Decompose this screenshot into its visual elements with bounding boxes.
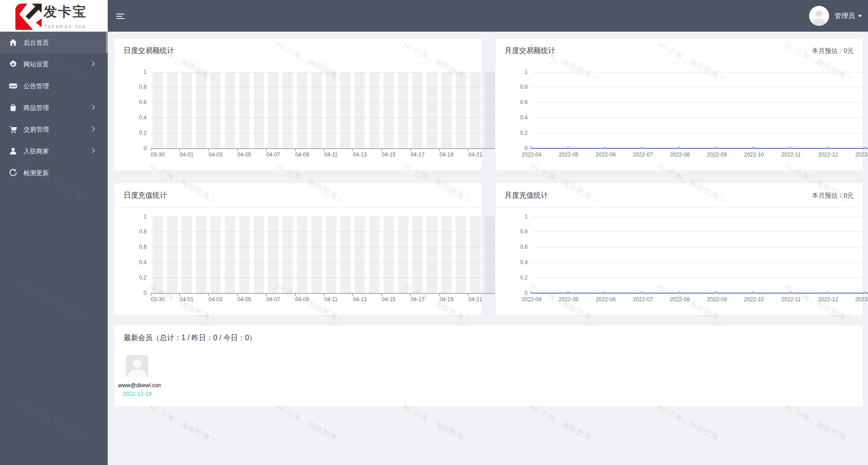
x-axis-tick — [468, 294, 468, 296]
x-axis-label: 2022-05 — [553, 296, 585, 303]
month-estimate-label: 本月预估：0元 — [812, 183, 854, 208]
bar-background — [181, 217, 192, 294]
x-axis-label: 04-07 — [258, 296, 289, 303]
sidebar-item-home[interactable]: 后台首页 — [0, 32, 108, 53]
y-axis-label: 0.4 — [501, 115, 528, 120]
y-axis-label: 0.8 — [501, 84, 528, 90]
gridline — [532, 87, 868, 87]
x-axis-label: 2022-11 — [775, 152, 807, 158]
card-monthly-trade: 月度交易额统计 本月预估：0元 00.20.40.60.812022-04202… — [496, 38, 863, 170]
data-point — [752, 291, 754, 294]
x-axis-label: 2023-01 — [849, 296, 868, 303]
monthly-recharge-chart: 00.20.40.60.812022-042022-052022-062022-… — [496, 208, 868, 315]
bar-background — [268, 217, 278, 294]
y-axis-label: 0 — [119, 146, 147, 151]
x-axis-tick — [179, 149, 180, 151]
bar-background — [384, 72, 394, 149]
x-axis-label: 04-19 — [431, 296, 463, 303]
data-point — [863, 147, 866, 149]
bar-background — [427, 217, 437, 294]
x-axis-label: 03-30 — [142, 152, 174, 158]
card-header: 最新会员（总计：1 / 昨日：0 / 今日：0） — [114, 326, 863, 351]
bar-background — [355, 72, 365, 149]
bar-background — [355, 217, 365, 294]
bar-background — [398, 217, 409, 294]
x-axis-label: 04-13 — [344, 296, 376, 303]
bar-background — [311, 217, 322, 294]
user-icon — [9, 147, 17, 155]
x-axis-label: 2022-06 — [590, 152, 621, 158]
x-axis-label: 04-23 — [486, 296, 495, 303]
username-label: 管理员 — [835, 0, 855, 32]
topbar: 管理员 — [108, 0, 868, 32]
bar-background — [225, 217, 235, 294]
x-axis-line — [151, 148, 495, 149]
x-axis-label: 2022-10 — [738, 296, 770, 303]
gridline — [532, 72, 868, 72]
x-axis-tick — [382, 294, 382, 296]
data-point — [752, 147, 754, 149]
daily-trade-chart: 00.20.40.60.8103-3004-0104-0304-0504-070… — [114, 63, 495, 170]
sidebar-item-products[interactable]: 商品管理 — [0, 97, 108, 119]
bar-background — [441, 217, 452, 294]
data-point — [789, 147, 792, 149]
y-axis-label: 0.8 — [501, 229, 528, 234]
bar-background — [485, 72, 495, 149]
bar-background — [485, 217, 495, 294]
user-dropdown[interactable]: 管理员 — [782, 0, 868, 32]
y-axis-label: 0.6 — [119, 100, 147, 105]
card-daily-trade: 日度交易额统计 00.20.40.60.8103-3004-0104-0304-… — [114, 38, 482, 170]
sidebar-item-site-settings[interactable]: 网站设置 — [0, 53, 108, 75]
y-axis-label: 0.4 — [119, 260, 147, 265]
x-axis-label: 2023-01 — [849, 152, 868, 158]
sidebar-scrollbar-thumb[interactable] — [106, 32, 108, 53]
x-axis-tick — [353, 149, 353, 151]
sidebar-item-announcements[interactable]: NEW公告管理 — [0, 75, 108, 97]
x-axis-tick — [295, 294, 296, 296]
bar-background — [254, 72, 264, 149]
y-axis-label: 0 — [501, 146, 528, 151]
gridline — [532, 262, 868, 263]
sidebar-item-trades[interactable]: 交易管理 — [0, 119, 108, 140]
data-point — [530, 147, 532, 149]
x-axis-tick — [353, 294, 353, 296]
y-axis-label: 0.2 — [119, 130, 147, 136]
menu-collapse-icon[interactable] — [116, 12, 128, 20]
bar-background — [196, 72, 206, 149]
x-axis-tick — [439, 294, 440, 296]
card-title: 月度交易额统计 — [505, 38, 555, 63]
x-axis-tick — [439, 149, 440, 151]
bar-background — [297, 217, 307, 294]
x-axis-label: 04-07 — [258, 152, 289, 158]
x-axis-tick — [179, 294, 180, 296]
x-axis-label: 2022-05 — [553, 152, 585, 158]
user-avatar — [809, 6, 829, 26]
x-axis-label: 2022-11 — [775, 296, 807, 303]
y-axis-label: 0.8 — [119, 84, 147, 90]
card-latest-members: 最新会员（总计：1 / 昨日：0 / 今日：0） www@dkewl.com 2… — [114, 326, 863, 406]
sidebar-item-label: 后台首页 — [24, 32, 49, 53]
x-axis-label: 04-03 — [200, 296, 231, 303]
card-title: 月度充值统计 — [505, 183, 548, 208]
x-axis-label: 04-09 — [286, 296, 318, 303]
bar-background — [311, 72, 322, 149]
sidebar-item-check-update[interactable]: 检测更新 — [0, 162, 108, 184]
x-axis-tick — [324, 294, 324, 296]
bar-background — [196, 217, 206, 294]
refresh-icon — [9, 169, 17, 177]
card-title: 日度交易额统计 — [124, 38, 174, 63]
gridline — [532, 133, 868, 133]
bar-background — [384, 217, 394, 294]
member-register-date: 2022-12-19 — [114, 391, 160, 397]
chevron-right-icon — [92, 61, 95, 66]
x-axis-label: 03-30 — [142, 296, 174, 303]
y-axis-label: 0.4 — [119, 115, 147, 120]
bar-background — [441, 72, 452, 149]
x-axis-label: 04-23 — [486, 152, 495, 158]
bar-background — [210, 72, 221, 149]
x-axis-tick — [468, 149, 468, 151]
x-axis-label: 2022-04 — [516, 152, 548, 158]
x-axis-tick — [151, 294, 151, 296]
data-point — [826, 291, 829, 294]
sidebar-item-merchants[interactable]: 入驻商家 — [0, 140, 108, 162]
